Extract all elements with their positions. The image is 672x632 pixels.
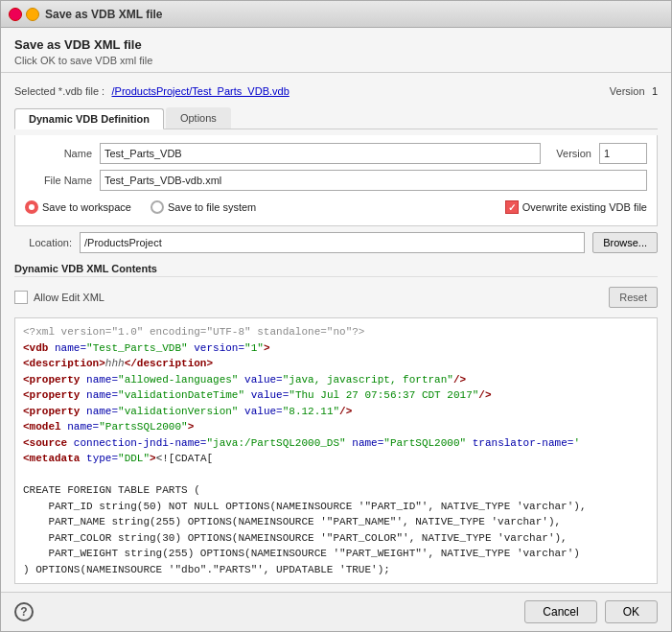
header-section: Save as VDB XML file Click OK to save VD…: [1, 28, 671, 73]
allow-edit-group: Allow Edit XML: [14, 291, 104, 304]
filename-input[interactable]: [100, 170, 647, 191]
version-input[interactable]: [599, 143, 647, 164]
allow-edit-checkbox[interactable]: [14, 291, 28, 304]
location-label: Location:: [14, 237, 72, 248]
workspace-radio-group[interactable]: Save to workspace: [25, 200, 131, 214]
reset-button[interactable]: Reset: [609, 287, 658, 308]
window-title: Save as VDB XML file: [45, 8, 163, 21]
radio-inner: [29, 204, 35, 210]
version-label: Version: [610, 85, 645, 97]
close-button[interactable]: [9, 8, 22, 21]
browse-button[interactable]: Browse...: [592, 232, 658, 253]
workspace-radio[interactable]: [25, 200, 38, 214]
workspace-radio-label: Save to workspace: [42, 201, 131, 213]
overwrite-group: ✓ Overwrite existing VDB file: [505, 200, 647, 214]
footer-buttons: Cancel OK: [524, 600, 658, 623]
allow-edit-row: Allow Edit XML Reset: [14, 283, 658, 312]
filename-label: File Name: [25, 175, 92, 186]
tab-options[interactable]: Options: [166, 107, 231, 129]
check-icon: ✓: [508, 202, 516, 213]
ok-button[interactable]: OK: [605, 600, 658, 623]
xml-editor[interactable]: <?xml version="1.0" encoding="UTF-8" sta…: [14, 317, 658, 584]
main-window: Save as VDB XML file Save as VDB XML fil…: [0, 0, 672, 632]
title-bar: Save as VDB XML file: [1, 1, 671, 28]
tab-bar: Dynamic VDB Definition Options: [14, 107, 658, 129]
selected-file-info: Selected *.vdb file : /ProductsProject/T…: [14, 84, 290, 98]
filesystem-radio-label: Save to file system: [168, 201, 256, 213]
cancel-button[interactable]: Cancel: [524, 600, 596, 623]
overwrite-label: Overwrite existing VDB file: [522, 201, 647, 213]
filesystem-radio[interactable]: [151, 200, 164, 214]
allow-edit-label: Allow Edit XML: [34, 292, 104, 303]
filename-row: File Name: [25, 170, 647, 191]
selected-file-path[interactable]: /ProductsProject/Test_Parts_VDB.vdb: [112, 85, 290, 97]
selected-file-row: Selected *.vdb file : /ProductsProject/T…: [14, 81, 658, 102]
minimize-button[interactable]: [26, 8, 39, 21]
name-row: Name Version: [25, 143, 647, 164]
name-label: Name: [25, 148, 92, 159]
xml-section-title: Dynamic VDB XML Contents: [14, 259, 658, 277]
filesystem-radio-group[interactable]: Save to file system: [151, 200, 256, 214]
tab-dynamic-vdb[interactable]: Dynamic VDB Definition: [14, 108, 164, 129]
overwrite-checkbox[interactable]: ✓: [505, 200, 519, 214]
name-input[interactable]: [100, 143, 541, 164]
header-title: Save as VDB XML file: [14, 37, 658, 52]
version-value: 1: [652, 85, 658, 97]
file-version: Version 1: [610, 84, 658, 98]
window-controls: [9, 8, 39, 21]
selected-file-label: Selected *.vdb file :: [14, 85, 104, 97]
location-input[interactable]: [80, 232, 585, 253]
location-row: Location: Browse...: [14, 232, 658, 253]
radio-overwrite-row: Save to workspace Save to file system ✓ …: [25, 197, 647, 218]
help-button[interactable]: ?: [14, 602, 34, 621]
footer: ? Cancel OK: [1, 592, 671, 631]
header-subtitle: Click OK to save VDB xml file: [14, 55, 658, 66]
tab-content: Name Version File Name Save to workspace: [14, 135, 658, 226]
content-area: Selected *.vdb file : /ProductsProject/T…: [1, 73, 671, 592]
version-form-label: Version: [556, 148, 591, 159]
